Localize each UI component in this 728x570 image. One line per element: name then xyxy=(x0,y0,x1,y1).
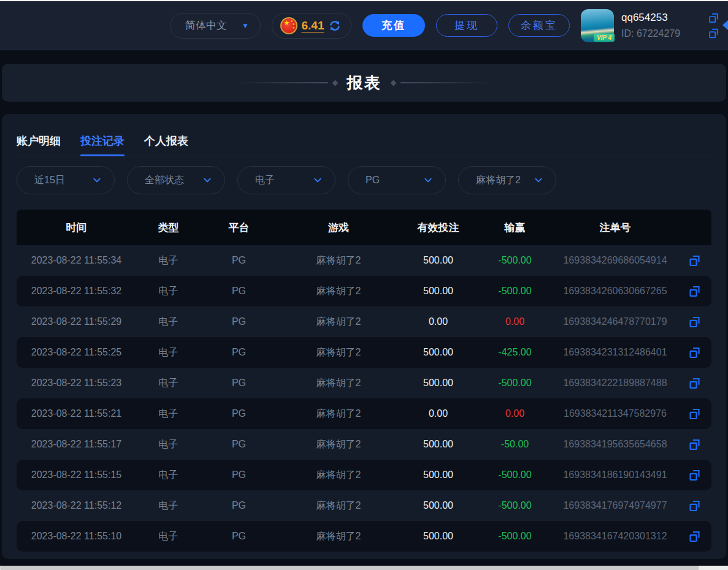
cell-bet-number: 1693834211347582976 xyxy=(553,408,677,419)
col-game: 游戏 xyxy=(277,221,400,235)
copy-bet-number-icon[interactable] xyxy=(688,438,701,451)
cell-valid-bet: 0.00 xyxy=(400,408,477,419)
refresh-icon[interactable] xyxy=(328,19,342,32)
cell-type: 电子 xyxy=(136,408,201,420)
avatar[interactable]: VIP 4 xyxy=(581,9,614,42)
cell-time: 2023-08-22 11:55:17 xyxy=(17,439,136,450)
chevron-down-icon xyxy=(423,175,433,185)
cell-platform: PG xyxy=(201,500,277,511)
cell-platform: PG xyxy=(201,316,277,327)
page-title: 报表 xyxy=(347,72,381,94)
title-decor-left xyxy=(236,81,337,85)
cell-valid-bet: 500.00 xyxy=(400,500,477,511)
copy-bet-number-icon[interactable] xyxy=(688,285,701,298)
cell-bet-number: 1693834269686054914 xyxy=(553,255,677,266)
cell-valid-bet: 500.00 xyxy=(400,531,477,542)
cell-type: 电子 xyxy=(136,316,201,329)
cell-valid-bet: 500.00 xyxy=(400,286,477,297)
col-platform: 平台 xyxy=(201,221,277,235)
drawer-handle-icon[interactable] xyxy=(722,20,728,30)
copy-bet-number-icon[interactable] xyxy=(688,316,701,329)
cell-type: 电子 xyxy=(136,530,201,543)
filter-game[interactable]: 麻将胡了2 xyxy=(458,166,556,194)
copy-bet-number-icon[interactable] xyxy=(688,469,701,482)
cell-type: 电子 xyxy=(136,469,201,482)
username: qq654253 xyxy=(621,12,668,24)
cell-win-loss: -500.00 xyxy=(477,469,553,481)
copy-bet-number-icon[interactable] xyxy=(688,530,701,543)
copy-bet-number-icon[interactable] xyxy=(688,377,701,390)
yuebao-button[interactable]: 余额宝 xyxy=(508,14,570,37)
filter-bar: 近15日 全部状态 电子 PG 麻将胡了2 xyxy=(17,166,711,194)
cell-win-loss: -500.00 xyxy=(477,378,553,389)
cell-win-loss: -500.00 xyxy=(477,531,553,542)
tab-account-details[interactable]: 账户明细 xyxy=(17,134,61,156)
filter-status[interactable]: 全部状态 xyxy=(127,166,225,194)
filter-platform[interactable]: PG xyxy=(348,166,446,194)
table-row: 2023-08-22 11:55:34 电子 PG 麻将胡了2 500.00 -… xyxy=(17,245,711,276)
cell-game: 麻将胡了2 xyxy=(277,316,400,329)
copy-user-id-icon[interactable] xyxy=(708,28,719,39)
cell-game: 麻将胡了2 xyxy=(277,438,400,451)
recharge-button[interactable]: 充值 xyxy=(362,14,425,37)
language-selector[interactable]: 简体中文 ▼ xyxy=(170,13,261,39)
cell-game: 麻将胡了2 xyxy=(277,408,400,420)
cell-time: 2023-08-22 11:55:23 xyxy=(17,378,136,389)
chevron-down-icon xyxy=(534,175,543,185)
cell-bet-number: 1693834231312486401 xyxy=(553,347,677,358)
cell-bet-number: 1693834246478770179 xyxy=(553,316,677,327)
table-row: 2023-08-22 11:55:17 电子 PG 麻将胡了2 500.00 -… xyxy=(17,429,711,460)
cell-win-loss: -500.00 xyxy=(477,500,553,511)
cell-platform: PG xyxy=(201,347,277,358)
chevron-down-icon xyxy=(313,175,323,185)
copy-bet-number-icon[interactable] xyxy=(688,500,701,512)
cell-game: 麻将胡了2 xyxy=(277,377,400,390)
copy-bet-number-icon[interactable] xyxy=(688,346,701,359)
cell-platform: PG xyxy=(201,378,277,389)
cell-game: 麻将胡了2 xyxy=(277,346,400,359)
filter-date-range[interactable]: 近15日 xyxy=(17,166,115,194)
table-header: 时间 类型 平台 游戏 有效投注 输赢 注单号 xyxy=(17,210,711,245)
cell-type: 电子 xyxy=(136,500,201,512)
scrollbar-thumb[interactable] xyxy=(0,566,699,570)
copy-bet-number-icon[interactable] xyxy=(688,254,701,267)
tab-personal-report[interactable]: 个人报表 xyxy=(144,134,188,156)
table-row: 2023-08-22 11:55:21 电子 PG 麻将胡了2 0.00 0.0… xyxy=(17,398,711,429)
cell-bet-number: 1693834222189887488 xyxy=(553,378,677,389)
exchange-rate-widget: ★★★★ 6.41 xyxy=(272,13,351,39)
cell-bet-number: 1693834186190143491 xyxy=(553,469,677,481)
table-row: 2023-08-22 11:55:29 电子 PG 麻将胡了2 0.00 0.0… xyxy=(17,306,711,337)
cell-valid-bet: 500.00 xyxy=(400,347,477,358)
cell-win-loss: 0.00 xyxy=(477,316,553,327)
cell-bet-number: 1693834176974974977 xyxy=(553,500,677,511)
bet-records-table: 时间 类型 平台 游戏 有效投注 输赢 注单号 2023-08-22 11:55… xyxy=(17,210,711,552)
cell-time: 2023-08-22 11:55:15 xyxy=(17,469,136,481)
language-label: 简体中文 xyxy=(185,18,227,32)
cell-bet-number: 1693834260630667265 xyxy=(553,286,677,297)
exchange-rate-value[interactable]: 6.41 xyxy=(302,19,324,32)
filter-category[interactable]: 电子 xyxy=(237,166,335,194)
cell-time: 2023-08-22 11:55:29 xyxy=(17,316,136,327)
cell-type: 电子 xyxy=(136,438,201,451)
horizontal-scrollbar[interactable] xyxy=(0,566,728,570)
cell-win-loss: -500.00 xyxy=(477,255,553,266)
cell-game: 麻将胡了2 xyxy=(277,469,400,482)
copy-bet-number-icon[interactable] xyxy=(688,408,701,420)
cell-platform: PG xyxy=(201,408,277,419)
cell-valid-bet: 500.00 xyxy=(400,378,477,389)
cell-win-loss: -500.00 xyxy=(477,286,553,297)
cell-platform: PG xyxy=(201,439,277,450)
table-row: 2023-08-22 11:55:32 电子 PG 麻将胡了2 500.00 -… xyxy=(17,276,711,306)
vip-badge: VIP 4 xyxy=(594,34,615,42)
withdraw-button[interactable]: 提现 xyxy=(436,14,497,37)
cell-time: 2023-08-22 11:55:25 xyxy=(17,347,136,358)
chevron-down-icon xyxy=(202,175,212,185)
cell-type: 电子 xyxy=(136,285,201,298)
china-flag-icon: ★★★★ xyxy=(280,17,297,34)
copy-username-icon[interactable] xyxy=(708,12,719,24)
cell-valid-bet: 500.00 xyxy=(400,255,477,266)
table-row: 2023-08-22 11:55:15 电子 PG 麻将胡了2 500.00 -… xyxy=(17,460,711,490)
col-bet-number: 注单号 xyxy=(553,221,677,235)
cell-platform: PG xyxy=(201,255,277,266)
tab-bet-records[interactable]: 投注记录 xyxy=(80,134,125,156)
